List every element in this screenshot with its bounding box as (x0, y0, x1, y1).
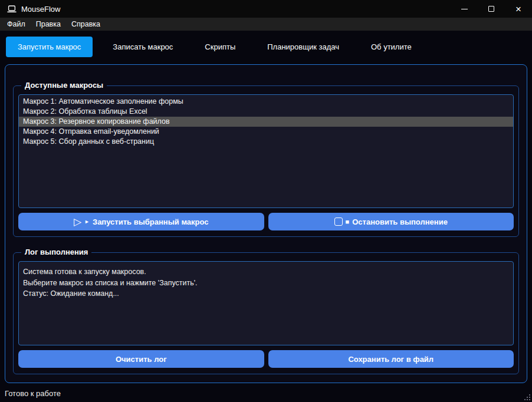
stop-icon: ■ (346, 219, 350, 225)
tab-record-macro[interactable]: Записать макрос (101, 37, 185, 57)
log-line-3: Статус: Ожидание команд... (23, 288, 513, 299)
log-line-2: Выберите макрос из списка и нажмите 'Зап… (23, 278, 513, 289)
tab-scripts[interactable]: Скрипты (193, 37, 247, 57)
log-output[interactable]: Система готова к запуску макросов. Выбер… (18, 261, 514, 345)
close-button[interactable]: × (505, 0, 532, 18)
save-log-button-label: Сохранить лог в файл (348, 355, 434, 364)
laptop-icon (7, 5, 17, 13)
group-execution-log-title: Лог выполнения (21, 248, 91, 256)
stop-execution-button-label: Остановить выполнение (352, 218, 448, 226)
group-available-macros-title: Доступные макросы (21, 81, 107, 90)
resize-grip-icon[interactable] (523, 393, 530, 400)
macro-list-item-2[interactable]: Макрос 2: Обработка таблицы Excel (19, 107, 513, 117)
title-bar: MouseFlow × (0, 0, 532, 18)
log-line-1: Система готова к запуску макросов. (23, 266, 513, 278)
tab-about[interactable]: Об утилите (359, 37, 423, 57)
tab-run-macro[interactable]: Запустить макрос (6, 37, 93, 57)
group-available-macros: Доступные макросы Макрос 1: Автоматическ… (13, 85, 519, 237)
tab-strip: Запустить макрос Записать макрос Скрипты… (0, 31, 532, 62)
minimize-button[interactable] (451, 0, 478, 18)
macro-list-item-4[interactable]: Макрос 4: Отправка email-уведомлений (19, 127, 513, 137)
minimize-icon (461, 9, 468, 9)
menu-bar: Файл Правка Справка (0, 18, 532, 31)
play-outline-icon: ▷ (74, 217, 81, 227)
save-log-button[interactable]: Сохранить лог в файл (268, 350, 514, 368)
clear-log-button-label: Очистить лог (116, 355, 167, 364)
clear-log-button[interactable]: Очистить лог (18, 350, 264, 368)
maximize-icon (488, 6, 494, 12)
window-controls: × (451, 0, 532, 18)
window-title: MouseFlow (21, 5, 60, 14)
macro-list-item-1[interactable]: Макрос 1: Автоматическое заполнение форм… (19, 97, 513, 107)
macro-list[interactable]: Макрос 1: Автоматическое заполнение форм… (18, 94, 514, 208)
tab-task-scheduler[interactable]: Планировщик задач (255, 37, 351, 57)
macro-list-item-5[interactable]: Макрос 5: Сбор данных с веб-страниц (19, 137, 513, 147)
macro-list-item-3-selected[interactable]: Макрос 3: Резервное копирование файлов (19, 117, 513, 127)
maximize-button[interactable] (478, 0, 505, 18)
close-icon: × (515, 4, 521, 14)
stop-outline-icon (334, 218, 343, 226)
status-bar: Готово к работе (0, 384, 532, 402)
run-macro-button[interactable]: ▷ ► Запустить выбранный макрос (18, 213, 264, 230)
log-actions-row: Очистить лог Сохранить лог в файл (18, 350, 514, 368)
play-icon: ► (84, 219, 90, 225)
app-window: MouseFlow × Файл Правка Справка Запустит… (0, 0, 532, 402)
menu-help[interactable]: Справка (67, 19, 105, 29)
menu-file[interactable]: Файл (2, 19, 30, 29)
run-macro-button-label: Запустить выбранный макрос (93, 218, 209, 226)
main-panel: Доступные макросы Макрос 1: Автоматическ… (5, 64, 527, 383)
group-execution-log: Лог выполнения Система готова к запуску … (13, 252, 519, 374)
stop-execution-button[interactable]: ■ Остановить выполнение (268, 213, 514, 230)
menu-edit[interactable]: Правка (31, 19, 65, 29)
macro-actions-row: ▷ ► Запустить выбранный макрос ■ Останов… (18, 213, 514, 230)
status-text: Готово к работе (5, 389, 61, 398)
